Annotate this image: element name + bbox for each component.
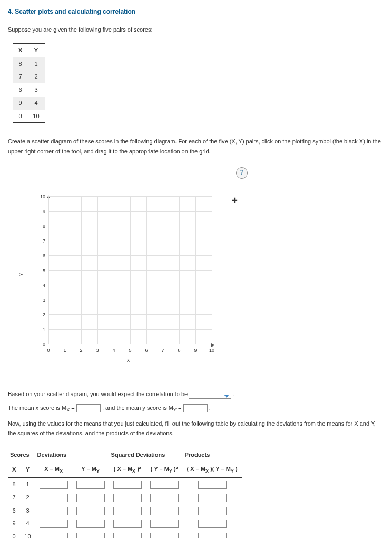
input-prod[interactable]	[198, 494, 227, 502]
input-sq-x[interactable]	[113, 520, 142, 528]
input-dev-x[interactable]	[40, 494, 68, 502]
table-row: 010	[8, 530, 242, 538]
deviations-table: Scores Deviations Squared Deviations Pro…	[8, 448, 242, 538]
input-dev-x[interactable]	[40, 533, 68, 538]
ytick: 4	[37, 282, 45, 290]
xtick: 4	[109, 347, 119, 354]
cell: 7	[8, 491, 20, 504]
input-dev-y[interactable]	[76, 494, 105, 502]
xtick: 8	[174, 347, 184, 354]
cell: 9	[13, 97, 27, 110]
text: Based on your scatter diagram, you would…	[8, 391, 188, 397]
input-sq-x[interactable]	[113, 481, 142, 489]
input-mean-y[interactable]	[183, 404, 208, 412]
ytick: 2	[37, 311, 45, 319]
hdr: X	[8, 462, 20, 478]
cell: 6	[13, 83, 27, 97]
table-row: 63	[8, 504, 242, 517]
hdr: ( X – MX )²	[109, 462, 146, 478]
hdr: ( Y – MY )²	[146, 462, 183, 478]
ytick: 7	[37, 237, 45, 245]
cell: 7	[13, 70, 27, 83]
expect-corr-line: Based on your scatter diagram, you would…	[8, 389, 384, 399]
table-row: 94	[8, 517, 242, 530]
input-sq-y[interactable]	[150, 494, 179, 502]
input-dev-x[interactable]	[40, 520, 68, 528]
ytick: 5	[37, 267, 45, 275]
xtick: 1	[60, 347, 70, 354]
cell: 3	[20, 504, 35, 517]
input-dev-x[interactable]	[40, 507, 68, 515]
grid[interactable]	[48, 196, 212, 344]
xtick: 2	[76, 347, 86, 354]
xtick: 7	[158, 347, 168, 354]
xtick: 3	[92, 347, 103, 354]
input-sq-x[interactable]	[113, 507, 142, 515]
input-sq-y[interactable]	[150, 481, 179, 489]
input-mean-x[interactable]	[76, 404, 101, 412]
question-title: 4. Scatter plots and calculating correla…	[8, 6, 384, 17]
hdr: ( X – MX )( Y – MY )	[183, 462, 242, 478]
hdr: Y – MY	[72, 462, 109, 478]
text: .	[209, 405, 211, 411]
text: =	[70, 405, 76, 411]
xtick: 9	[190, 347, 201, 354]
text: The mean x score is M	[8, 405, 66, 411]
col-x: X	[13, 43, 27, 57]
y-axis-label: y	[16, 273, 25, 276]
input-dev-x[interactable]	[40, 481, 68, 489]
ytick: 10	[37, 193, 45, 201]
ytick: 6	[37, 252, 45, 260]
dropdown-correlation-sign[interactable]	[189, 391, 231, 399]
input-prod[interactable]	[198, 520, 227, 528]
input-sq-x[interactable]	[113, 494, 142, 502]
text: , and the mean y score is M	[102, 405, 173, 411]
cell: 9	[8, 517, 20, 530]
input-prod[interactable]	[198, 507, 227, 515]
chart-area[interactable]: + ▲ ▶ 10 9 8 7 6 5 4 3 2 1 0 0 1 2 3 4 5…	[8, 180, 251, 376]
ytick: 1	[37, 326, 45, 334]
hdr: Scores	[8, 448, 35, 462]
xtick: 0	[43, 347, 54, 354]
cell: 2	[20, 491, 35, 504]
input-dev-y[interactable]	[76, 507, 105, 515]
cell: 10	[20, 530, 35, 538]
cell: 0	[8, 530, 20, 538]
chevron-down-icon	[224, 395, 229, 398]
hdr: Squared Deviations	[109, 448, 183, 462]
cell: 1	[20, 478, 35, 491]
mean-line: The mean x score is MX = , and the mean …	[8, 403, 384, 414]
input-dev-y[interactable]	[76, 533, 105, 538]
input-sq-y[interactable]	[150, 507, 179, 515]
input-sq-x[interactable]	[113, 533, 142, 538]
plot-marker[interactable]: +	[231, 195, 238, 206]
hdr: Products	[183, 448, 242, 462]
xtick: 10	[207, 347, 217, 354]
text: .	[232, 391, 234, 397]
cell: 6	[8, 504, 20, 517]
table-row: 81	[8, 478, 242, 491]
cell: 8	[13, 57, 27, 70]
input-prod[interactable]	[198, 481, 227, 489]
instruction-2: Now, using the values for the means that…	[8, 419, 384, 438]
cell: 10	[27, 110, 44, 123]
scatter-tool: ? + ▲ ▶ 10 9 8 7 6 5 4 3 2 1 0 0 1 2 3 4…	[8, 165, 251, 376]
input-dev-y[interactable]	[76, 481, 105, 489]
input-sq-y[interactable]	[150, 520, 179, 528]
hdr: X – MX	[35, 462, 72, 478]
ytick: 3	[37, 296, 45, 304]
input-prod[interactable]	[198, 533, 227, 538]
intro-text: Suppose you are given the following five…	[8, 25, 384, 35]
cell: 3	[27, 83, 44, 97]
x-axis-label: x	[127, 356, 130, 364]
text: =	[177, 405, 183, 411]
ytick: 8	[37, 223, 45, 230]
pairs-table: X Y 81 72 63 94 010	[13, 43, 45, 123]
ytick: 9	[37, 208, 45, 216]
input-dev-y[interactable]	[76, 520, 105, 528]
cell: 4	[27, 97, 44, 110]
input-sq-y[interactable]	[150, 533, 179, 538]
help-icon[interactable]: ?	[236, 167, 248, 179]
col-y: Y	[27, 43, 44, 57]
instruction-1: Create a scatter diagram of these scores…	[8, 137, 384, 156]
